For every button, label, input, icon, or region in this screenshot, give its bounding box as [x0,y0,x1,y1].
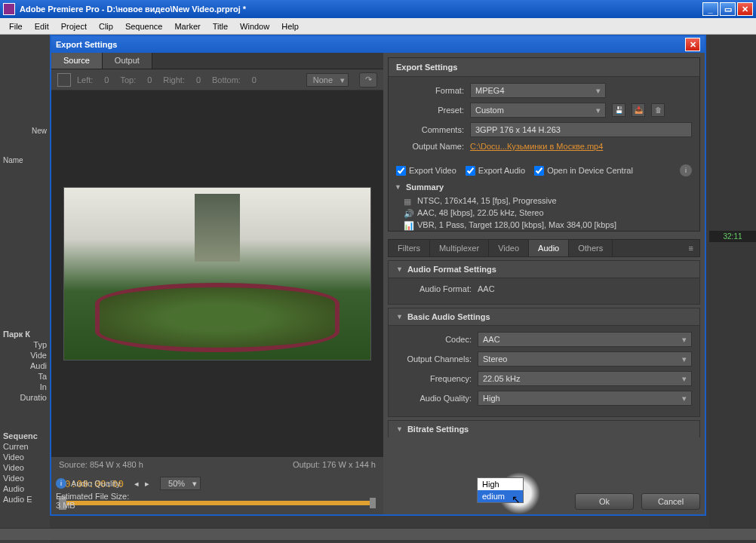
quality-dropdown[interactable]: High [478,391,692,406]
menu-sequence[interactable]: Sequence [119,20,169,32]
bitrate-header: Bitrate Settings [407,425,469,434]
audio-format-value: AAC [478,284,495,293]
minimize-button[interactable]: _ [702,2,718,16]
quality-option-high[interactable]: High [478,478,523,490]
cancel-button[interactable]: Cancel [641,493,700,510]
dialog-title: Export Settings [56,40,685,49]
codec-dropdown[interactable]: AAC [478,332,692,347]
menu-help[interactable]: Help [275,20,305,32]
info-icon[interactable]: i [680,164,692,176]
preset-label: Preset: [396,106,464,115]
quality-label: Audio Quality: [396,394,472,403]
summary-collapse-icon[interactable]: ▼ [395,183,401,191]
proj-type: Typ [0,339,50,350]
new-label: New [0,124,50,138]
video-icon: ▦ [404,197,413,204]
settings-panel: Export Settings Format: MPEG4 Preset: Cu… [383,53,705,514]
preview-viewport [51,90,383,457]
seq-video3: Video [0,473,50,483]
horizontal-scrollbar[interactable] [0,528,756,540]
crop-bottom-label: Bottom: [212,75,241,84]
export-audio-checkbox[interactable]: Export Audio [466,166,525,176]
menu-file[interactable]: File [3,20,29,32]
output-dimensions: Output: 176 W x 144 h [293,460,376,469]
crop-top-label: Top: [120,75,136,84]
dialog-titlebar: Export Settings ✕ [51,36,705,53]
summary-audio: AAC, 48 [kbps], 22.05 kHz, Stereo [417,208,544,217]
export-settings-header: Export Settings [389,58,699,77]
tab-menu-icon[interactable]: ≡ [683,240,699,256]
menu-edit[interactable]: Edit [29,20,55,32]
crop-toolbar: Left: 0 Top: 0 Right: 0 Bottom: 0 None ↷ [51,69,383,90]
summary-bitrate: VBR, 1 Pass, Target 128,00 [kbps], Max 3… [417,220,616,229]
channels-dropdown[interactable]: Stereo [478,351,692,367]
tab-filters[interactable]: Filters [389,240,430,256]
crop-left-label: Left: [77,75,93,84]
basic-audio-header: Basic Audio Settings [407,312,490,321]
timeline-timecode: 32:11 [709,231,756,242]
open-device-checkbox[interactable]: Open in Device Central [534,166,633,176]
crop-left-value[interactable]: 0 [99,75,114,84]
frequency-dropdown[interactable]: 22.05 kHz [478,371,692,386]
clip-name: Парк К [0,329,50,339]
import-preset-icon[interactable]: 📥 [632,103,645,117]
menu-clip[interactable]: Clip [93,20,119,32]
menu-window[interactable]: Window [234,20,275,32]
proj-ta: Ta [0,371,50,382]
bitrate-icon: 📊 [404,221,413,229]
sequence-panel: Sequenc Curren Video Video Video Audio A… [0,431,50,505]
source-dimensions: Source: 854 W x 480 h [59,460,143,469]
crop-icon[interactable] [57,73,71,87]
tab-others[interactable]: Others [569,240,613,256]
share-icon[interactable]: ↷ [359,72,377,87]
crop-right-value[interactable]: 0 [191,75,206,84]
seq-audio1: Audio [0,483,50,494]
format-dropdown[interactable]: MPEG4 [470,83,606,98]
tab-audio[interactable]: Audio [529,240,569,256]
quality-option-medium[interactable]: edium [478,490,523,502]
ok-button[interactable]: Ok [575,493,634,510]
maximize-button[interactable]: ▭ [720,2,736,16]
menu-title[interactable]: Title [207,20,234,32]
menu-bar: File Edit Project Clip Sequence Marker T… [0,18,756,35]
audio-format-label: Audio Format: [396,284,472,293]
tab-multiplexer[interactable]: Multiplexer [430,240,489,256]
preset-dropdown[interactable]: Custom [470,103,606,118]
summary-video: NTSC, 176x144, 15 [fps], Progressive [417,196,557,205]
crop-top-value[interactable]: 0 [142,75,157,84]
settings-tabs: Filters Multiplexer Video Audio Others ≡ [388,239,700,257]
menu-marker[interactable]: Marker [168,20,206,32]
proj-audio: Audi [0,360,50,371]
audio-icon: 🔊 [404,209,413,216]
window-titlebar: Adobe Premiere Pro - D:\новое видео\New … [0,0,756,18]
menu-project[interactable]: Project [55,20,93,32]
output-name-label: Output Name: [396,142,464,151]
dialog-close-button[interactable]: ✕ [685,38,700,51]
comments-label: Comments: [396,125,464,134]
seq-video1: Video [0,452,50,462]
proj-in: In [0,382,50,392]
comments-input[interactable] [470,122,692,137]
tab-source[interactable]: Source [51,53,103,69]
crop-aspect-dropdown[interactable]: None [306,73,349,87]
seq-current: Curren [0,441,50,452]
bitrate-collapse-icon[interactable]: ▼ [396,425,403,433]
seq-audio2: Audio E [0,494,50,505]
tab-output[interactable]: Output [103,53,152,69]
output-name-link[interactable]: C:\Docu...Кузьминки в Москве.mp4 [470,142,603,151]
tab-video[interactable]: Video [489,240,529,256]
basic-audio-collapse-icon[interactable]: ▼ [396,313,403,321]
app-icon [3,3,15,15]
preview-panel: Source Output Left: 0 Top: 0 Right: 0 Bo… [51,53,383,514]
crop-right-label: Right: [163,75,185,84]
close-button[interactable]: ✕ [737,2,753,16]
delete-preset-icon[interactable]: 🗑 [651,103,665,117]
audio-format-collapse-icon[interactable]: ▼ [396,265,403,273]
format-label: Format: [396,86,464,95]
save-preset-icon[interactable]: 💾 [612,103,625,117]
export-settings-dialog: Export Settings ✕ Source Output Left: 0 … [50,35,706,516]
crop-bottom-value[interactable]: 0 [247,75,262,84]
channels-label: Output Channels: [396,354,472,364]
export-video-checkbox[interactable]: Export Video [396,166,456,176]
summary-header: Summary [406,183,444,192]
